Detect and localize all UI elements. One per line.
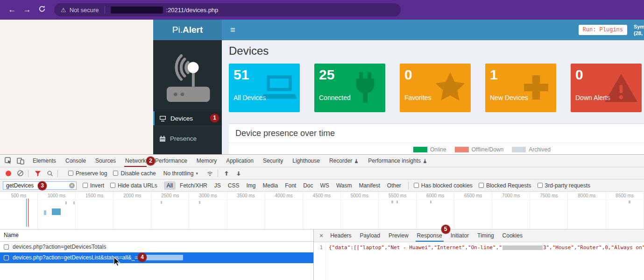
- app-navbar: ≡ Run: Plugins Sym (28,: [222, 20, 644, 40]
- checkbox-label: Has blocked cookies: [421, 182, 473, 189]
- back-icon[interactable]: ←: [5, 5, 20, 14]
- type-filter-js[interactable]: JS: [212, 181, 224, 190]
- preserve-log-checkbox[interactable]: Preserve log: [68, 170, 107, 177]
- clear-requests-icon[interactable]: [17, 170, 24, 177]
- detail-tab-cookies[interactable]: Cookies: [498, 230, 527, 242]
- page-title: Devices: [229, 44, 644, 57]
- hide-data-urls-checkbox[interactable]: Hide data URLs: [110, 182, 157, 189]
- not-secure-label: Not secure: [70, 7, 99, 14]
- inspect-element-icon[interactable]: [5, 157, 12, 165]
- activity-mark: [396, 201, 398, 203]
- third-party-requests-checkbox[interactable]: 3rd-party requests: [538, 182, 590, 189]
- presence-panel: Device presence over time Online Offline…: [229, 123, 644, 154]
- filter-icon[interactable]: [35, 170, 41, 177]
- run-plugins-button[interactable]: Run: Plugins: [579, 25, 627, 35]
- throttling-select[interactable]: No throttling ▾: [163, 170, 198, 177]
- detail-tab-preview[interactable]: Preview: [384, 230, 413, 242]
- network-conditions-icon[interactable]: [206, 170, 213, 177]
- address-bar[interactable]: ⚠ Not secure :20211/devices.php: [54, 3, 401, 16]
- clear-filter-icon[interactable]: ×: [69, 183, 75, 188]
- detail-tab-payload[interactable]: Payload: [356, 230, 384, 242]
- checkbox-label: Preserve log: [76, 170, 107, 177]
- card-connected[interactable]: 25 Connected: [314, 64, 385, 112]
- close-detail-icon[interactable]: ×: [319, 232, 323, 239]
- tab-performance[interactable]: Performance: [150, 155, 192, 167]
- record-button[interactable]: [6, 171, 11, 176]
- throttling-value: No throttling: [163, 170, 194, 177]
- timeline-tick: 4000 ms: [265, 192, 303, 229]
- toolbar-divider: [57, 170, 58, 177]
- invert-checkbox[interactable]: Invert: [83, 182, 104, 189]
- type-filter-ws[interactable]: WS: [318, 181, 332, 190]
- device-toolbar-icon[interactable]: [17, 157, 24, 165]
- card-favorites[interactable]: 0 Favorites: [400, 64, 471, 112]
- has-blocked-cookies-checkbox[interactable]: Has blocked cookies: [414, 182, 473, 189]
- activity-mark: [430, 201, 432, 203]
- annotation-badge-5: 5: [441, 225, 450, 234]
- blocked-requests-checkbox[interactable]: Blocked Requests: [479, 182, 531, 189]
- disable-cache-checkbox[interactable]: Disable cache: [113, 170, 156, 177]
- type-filter-img[interactable]: Img: [243, 181, 258, 190]
- card-new-devices[interactable]: 1 New Devices: [485, 64, 556, 112]
- tab-recorder[interactable]: Recorder: [325, 155, 363, 167]
- chevron-down-icon: ▾: [196, 171, 198, 176]
- requests-name-header[interactable]: Name: [0, 230, 313, 242]
- checkbox[interactable]: [4, 244, 9, 250]
- sidebar-item-devices[interactable]: Devices 1: [153, 111, 222, 125]
- tab-security[interactable]: Security: [258, 155, 288, 167]
- card-down-alerts[interactable]: 0 Down Alerts: [571, 64, 642, 112]
- response-viewer[interactable]: 1 {"data":[["laptop","Net - Huawei","Int…: [314, 242, 644, 280]
- app-logo[interactable]: Pi.Alert: [153, 20, 222, 40]
- tab-lighthouse[interactable]: Lighthouse: [288, 155, 325, 167]
- type-filter-other[interactable]: Other: [384, 181, 404, 190]
- type-filter-css[interactable]: CSS: [225, 181, 242, 190]
- redacted-query-value: [142, 255, 183, 260]
- detail-tab-timing[interactable]: Timing: [473, 230, 498, 242]
- sidebar-item-presence[interactable]: Presence: [153, 131, 222, 145]
- address-separator: [105, 6, 105, 14]
- export-har-icon[interactable]: [235, 170, 242, 177]
- toolbar-divider: [28, 170, 28, 177]
- mouse-cursor: [113, 257, 120, 266]
- request-row-totals[interactable]: devices.php?action=getDevicesTotals: [0, 242, 313, 252]
- checkbox-label: Disable cache: [120, 170, 156, 177]
- card-all-devices[interactable]: 51 All Devices: [229, 64, 300, 112]
- timeline-tick: 4500 ms: [303, 192, 341, 229]
- type-filter-manifest[interactable]: Manifest: [356, 181, 382, 190]
- type-filter-fetch-xhr[interactable]: Fetch/XHR: [177, 181, 210, 190]
- search-icon[interactable]: [47, 170, 53, 177]
- network-timeline-overview[interactable]: 500 ms 1000 ms 1500 ms 2000 ms 2500 ms 3…: [0, 192, 644, 230]
- checkbox[interactable]: [4, 255, 9, 260]
- type-filter-doc[interactable]: Doc: [300, 181, 316, 190]
- tab-elements[interactable]: Elements: [28, 155, 61, 167]
- type-filter-font[interactable]: Font: [282, 181, 299, 190]
- tab-application[interactable]: Application: [221, 155, 258, 167]
- activity-mark: [65, 201, 67, 204]
- legend-online[interactable]: Online: [413, 146, 446, 153]
- tab-memory[interactable]: Memory: [192, 155, 221, 167]
- forward-icon[interactable]: →: [20, 5, 35, 14]
- tab-label: Memory: [197, 158, 217, 164]
- legend-archived[interactable]: Archived: [512, 146, 551, 153]
- sidebar-toggle-icon[interactable]: ≡: [230, 25, 235, 35]
- tab-label: Application: [226, 158, 254, 164]
- type-filter-all[interactable]: All: [164, 181, 176, 190]
- type-filter-wasm[interactable]: Wasm: [333, 181, 355, 190]
- detail-tab-response[interactable]: Response 5: [413, 230, 446, 242]
- timeline-tick: 2000 ms: [113, 192, 151, 229]
- tab-console[interactable]: Console: [61, 155, 91, 167]
- legend-offline[interactable]: Offline/Down: [455, 146, 503, 153]
- request-name: devices.php?action=getDevicesTotals: [13, 244, 106, 250]
- monitor-icon: [159, 115, 166, 122]
- request-row-devices-list[interactable]: devices.php?action=getDevicesList&status…: [0, 252, 313, 263]
- detail-tab-headers[interactable]: Headers: [326, 230, 355, 242]
- tab-sources[interactable]: Sources: [91, 155, 120, 167]
- tab-network[interactable]: Network 2: [120, 155, 150, 167]
- filter-input[interactable]: getDevices 3 ×: [3, 181, 77, 190]
- timeline-tick: 2500 ms: [151, 192, 189, 229]
- reload-icon[interactable]: [35, 5, 50, 15]
- type-filter-media[interactable]: Media: [260, 181, 281, 190]
- tab-performance-insights[interactable]: Performance insights: [363, 155, 432, 167]
- detail-tab-initiator[interactable]: Initiator: [446, 230, 473, 242]
- import-har-icon[interactable]: [223, 170, 230, 177]
